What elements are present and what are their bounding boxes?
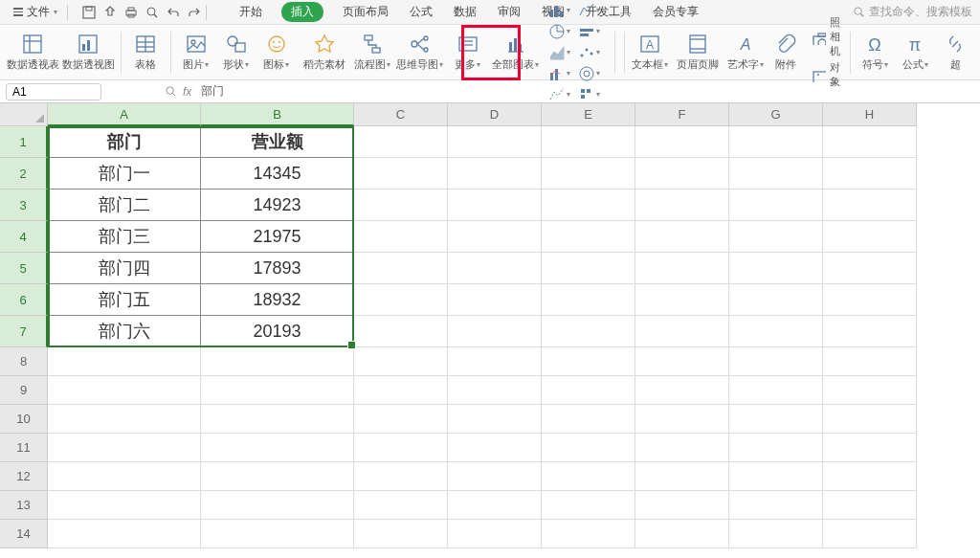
cell-C13[interactable] [354,491,448,520]
redo-icon[interactable] [187,5,202,20]
ribbon-symbol[interactable]: Ω符号▾ [856,31,894,74]
cell-A3[interactable]: 部门二 [48,190,201,221]
chart-type-0[interactable]: ▾ [548,2,570,19]
ribbon-object[interactable]: 对象 [811,60,840,89]
cell-D7[interactable] [448,316,542,347]
cell-E4[interactable] [542,221,635,253]
cell-E13[interactable] [542,491,635,520]
cell-G6[interactable] [729,284,823,316]
cell-G13[interactable] [729,491,823,520]
cell-G3[interactable] [729,190,823,221]
cell-A12[interactable] [48,462,201,491]
print-icon[interactable] [123,5,139,20]
cell-A5[interactable]: 部门四 [48,253,201,284]
cell-D14[interactable] [448,520,542,548]
row-header-13[interactable]: 13 [0,491,48,520]
col-header-A[interactable]: A [48,103,201,126]
cell-H4[interactable] [823,221,917,253]
cell-B9[interactable] [201,376,354,405]
fx-label[interactable]: fx [183,85,191,99]
cell-B1[interactable]: 营业额 [201,126,354,158]
cell-H14[interactable] [823,520,917,548]
file-menu[interactable]: 文件 ▾ [8,2,63,22]
col-header-E[interactable]: E [542,103,635,126]
cell-H12[interactable] [823,462,917,491]
row-header-1[interactable]: 1 [0,126,48,158]
cell-E14[interactable] [542,520,635,548]
row-header-9[interactable]: 9 [0,376,48,405]
print-preview-icon[interactable] [145,5,160,20]
cell-G8[interactable] [729,347,823,376]
cell-D12[interactable] [448,462,542,491]
cell-D9[interactable] [448,376,542,405]
cell-A13[interactable] [48,491,201,520]
cell-C4[interactable] [354,221,448,253]
cell-D10[interactable] [448,405,542,434]
chart-type-3[interactable]: ▾ [578,23,600,40]
cell-C14[interactable] [354,520,448,548]
cell-C12[interactable] [354,462,448,491]
cell-E10[interactable] [542,405,635,434]
row-header-4[interactable]: 4 [0,221,48,253]
chart-type-1[interactable]: ▾ [578,2,600,19]
cell-D2[interactable] [448,158,542,190]
cell-C1[interactable] [354,126,448,158]
tab-0[interactable]: 开始 [237,2,264,22]
name-box[interactable]: A1 [6,83,101,100]
chart-type-8[interactable]: ▾ [548,86,570,103]
cell-E7[interactable] [542,316,635,347]
cell-B2[interactable]: 14345 [201,158,354,190]
cell-A1[interactable]: 部门 [48,126,201,158]
cell-C10[interactable] [354,405,448,434]
zoom-icon[interactable] [165,85,177,98]
cell-H5[interactable] [823,253,917,284]
cell-C8[interactable] [354,347,448,376]
cell-F8[interactable] [635,347,729,376]
cell-F3[interactable] [635,190,729,221]
row-header-12[interactable]: 12 [0,462,48,491]
cell-G2[interactable] [729,158,823,190]
cell-F4[interactable] [635,221,729,253]
cell-G11[interactable] [729,434,823,462]
cell-F11[interactable] [635,434,729,462]
cell-H8[interactable] [823,347,917,376]
ribbon-textbox[interactable]: A文本框▾ [631,31,669,74]
cell-G10[interactable] [729,405,823,434]
cell-A4[interactable]: 部门三 [48,221,201,253]
ribbon-allcharts[interactable]: 全部图表▾ [489,31,543,74]
cell-F14[interactable] [635,520,729,548]
row-header-11[interactable]: 11 [0,434,48,462]
cell-B5[interactable]: 17893 [201,253,354,284]
cell-F12[interactable] [635,462,729,491]
cell-A8[interactable] [48,347,201,376]
cell-G9[interactable] [729,376,823,405]
tab-4[interactable]: 数据 [452,2,479,22]
cell-E6[interactable] [542,284,635,316]
cell-C9[interactable] [354,376,448,405]
tab-5[interactable]: 审阅 [496,2,523,22]
cell-G12[interactable] [729,462,823,491]
cell-C3[interactable] [354,190,448,221]
save-as-icon[interactable] [102,5,118,20]
cell-A14[interactable] [48,520,201,548]
row-header-6[interactable]: 6 [0,284,48,316]
cell-C7[interactable] [354,316,448,347]
col-header-G[interactable]: G [729,103,823,126]
cell-A9[interactable] [48,376,201,405]
cell-D6[interactable] [448,284,542,316]
select-all-corner[interactable] [0,103,48,126]
col-header-H[interactable]: H [823,103,917,126]
cell-G4[interactable] [729,221,823,253]
col-header-C[interactable]: C [354,103,448,126]
cell-E1[interactable] [542,126,635,158]
cell-B14[interactable] [201,520,354,548]
formula-input[interactable]: 部门 [201,83,224,100]
cell-F7[interactable] [635,316,729,347]
cell-A6[interactable]: 部门五 [48,284,201,316]
ribbon-table[interactable]: 表格 [126,31,165,74]
cell-C6[interactable] [354,284,448,316]
ribbon-attachment[interactable]: 附件 [767,31,805,74]
ribbon-shapes[interactable]: 形状▾ [217,31,256,74]
cell-E9[interactable] [542,376,635,405]
cell-A7[interactable]: 部门六 [48,316,201,347]
